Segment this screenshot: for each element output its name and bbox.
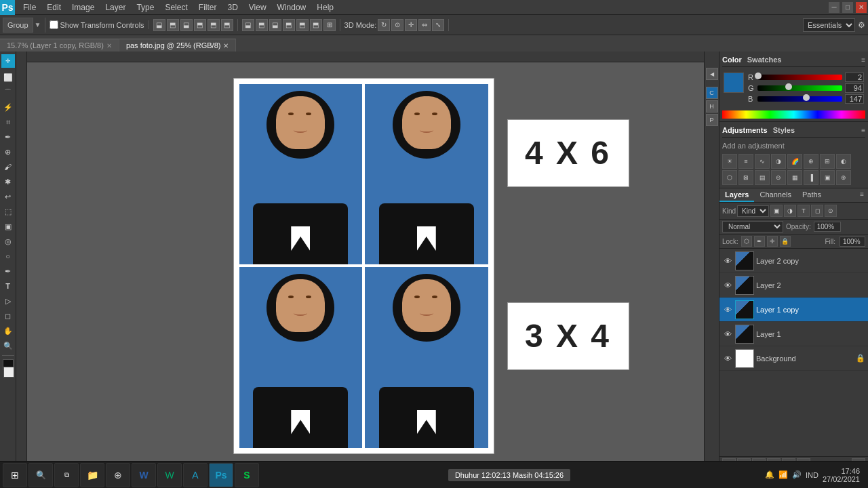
menu-file[interactable]: File [18,1,41,14]
history-panel-icon[interactable]: H [706,100,718,113]
eyedropper-tool[interactable]: ✒ [1,130,15,144]
mode-select[interactable]: Group [3,18,33,33]
menu-layer[interactable]: Layer [100,1,131,14]
dist-top-icon[interactable]: ⬒ [283,19,295,31]
healing-brush-tool[interactable]: ⊕ [1,145,15,159]
align-left-icon[interactable]: ⬓ [153,19,165,31]
opacity-input[interactable] [814,222,841,232]
auto-align-icon[interactable]: ⊞ [323,19,336,31]
g-slider[interactable] [757,85,842,91]
align-top-icon[interactable]: ⬒ [194,19,206,31]
align-middle-icon[interactable]: ⬒ [208,19,220,31]
word-button[interactable]: W [132,463,156,487]
dist-middle-icon[interactable]: ⬒ [296,19,309,31]
layers-tab[interactable]: Layers [719,188,754,202]
lasso-tool[interactable]: ⌒ [1,85,15,99]
threshold-icon[interactable]: ▐ [804,170,818,185]
menu-3d[interactable]: 3D [222,1,243,14]
hand-tool[interactable]: ✋ [1,324,15,338]
gradient-tool[interactable]: ▣ [1,220,15,233]
close-tab-0[interactable]: ✕ [106,42,112,49]
3d-roll-icon[interactable]: ⊙ [391,19,403,31]
filter-smart-icon[interactable]: ⊙ [825,205,837,217]
brightness-icon[interactable]: ☀ [722,154,737,169]
r-value[interactable]: 2 [845,73,864,82]
layer-item-layer2copy[interactable]: 👁 Layer 2 copy [719,249,868,273]
filter-adj-icon[interactable]: ◑ [784,205,796,217]
adj-panel-collapse[interactable]: ≡ [861,127,865,134]
photo-filter-icon[interactable]: ⬡ [722,170,737,185]
rectangular-marquee-tool[interactable]: ⬜ [1,70,15,84]
color-tab[interactable]: Color [722,56,742,64]
close-tab-1[interactable]: ✕ [223,42,229,49]
filter-kind-select[interactable]: Kind [737,205,769,217]
file-explorer-button[interactable]: 📁 [80,463,104,487]
selective-color-icon[interactable]: ⊕ [836,170,851,185]
move-tool[interactable]: ✛ [1,54,15,68]
3d-pan-icon[interactable]: ✛ [405,19,417,31]
restore-button[interactable]: □ [842,2,853,13]
invert-icon[interactable]: ⊖ [771,170,786,185]
dist-right-icon[interactable]: ⬓ [269,19,281,31]
g-value[interactable]: 94 [845,83,864,93]
layer-visibility-layer2copy[interactable]: 👁 [722,256,733,266]
r-slider[interactable] [757,75,842,80]
channels-tab[interactable]: Channels [754,188,796,202]
wifi-icon[interactable]: 📶 [778,470,788,479]
chrome-button[interactable]: ⊕ [106,463,130,487]
filter-pixel-icon[interactable]: ▣ [770,205,783,217]
blend-mode-select[interactable]: Normal [722,221,783,232]
pen-tool[interactable]: ✒ [1,264,15,278]
b-slider[interactable] [757,96,842,102]
levels-icon[interactable]: ≡ [738,154,753,169]
menu-image[interactable]: Image [66,1,100,14]
layer-visibility-layer1copy[interactable]: 👁 [722,304,733,315]
lock-position-icon[interactable]: ✒ [754,236,765,247]
menu-filter[interactable]: Filter [193,1,222,14]
adjustments-tab[interactable]: Adjustments [722,126,768,134]
layer-item-background[interactable]: 👁 Background 🔒 [719,346,868,371]
path-select-tool[interactable]: ▷ [1,294,15,308]
paths-tab[interactable]: Paths [797,188,827,202]
menu-edit[interactable]: Edit [41,1,66,14]
taskview-button[interactable]: ⧉ [54,463,79,487]
type-tool[interactable]: T [1,279,15,293]
workspace-options-icon[interactable]: ⚙ [858,20,865,30]
quick-select-tool[interactable]: ⚡ [1,100,15,114]
layer-item-layer2[interactable]: 👁 Layer 2 [719,273,868,298]
dist-center-h-icon[interactable]: ⬒ [256,19,268,31]
exposure-icon[interactable]: ◑ [771,154,786,169]
some-app-button[interactable]: W [157,463,182,487]
start-button[interactable]: ⊞ [3,463,27,487]
tab-pasfoto[interactable]: pas foto.jpg @ 25% (RGB/8) ✕ [119,39,237,52]
workspace-dropdown[interactable]: Essentials [803,18,855,32]
menu-view[interactable]: View [243,1,272,14]
layer-item-layer1copy[interactable]: 👁 Layer 1 copy [719,298,868,322]
lock-all-icon[interactable]: 🔒 [780,236,791,247]
menu-help[interactable]: Help [311,1,339,14]
3d-rotate-icon[interactable]: ↻ [378,19,390,31]
menu-select[interactable]: Select [159,1,193,14]
minimize-button[interactable]: ─ [829,2,840,13]
color-spectrum[interactable] [722,110,865,119]
color-balance-icon[interactable]: ⊞ [820,154,835,169]
crop-tool[interactable]: ⌗ [1,115,15,129]
align-bottom-icon[interactable]: ⬒ [221,19,233,31]
volume-icon[interactable]: 🔊 [792,470,802,479]
blur-tool[interactable]: ◎ [1,235,15,248]
layer-visibility-layer2[interactable]: 👁 [722,280,733,291]
3d-slide-icon[interactable]: ⇔ [418,19,431,31]
styles-tab[interactable]: Styles [773,126,795,134]
align-center-h-icon[interactable]: ⬒ [167,19,179,31]
filter-type-icon[interactable]: T [797,205,810,217]
black-white-icon[interactable]: ◐ [836,154,851,169]
another-app-button[interactable]: A [183,463,208,487]
dist-bottom-icon[interactable]: ⬒ [310,19,322,31]
mode-dropdown-icon[interactable]: ▼ [35,21,41,28]
eraser-tool[interactable]: ⬚ [1,205,15,218]
color-panel-collapse[interactable]: ≡ [861,56,865,64]
dist-left-icon[interactable]: ⬓ [242,19,254,31]
menu-type[interactable]: Type [131,1,159,14]
swatches-tab[interactable]: Swatches [747,56,782,64]
vibrance-icon[interactable]: 🌈 [787,154,802,169]
